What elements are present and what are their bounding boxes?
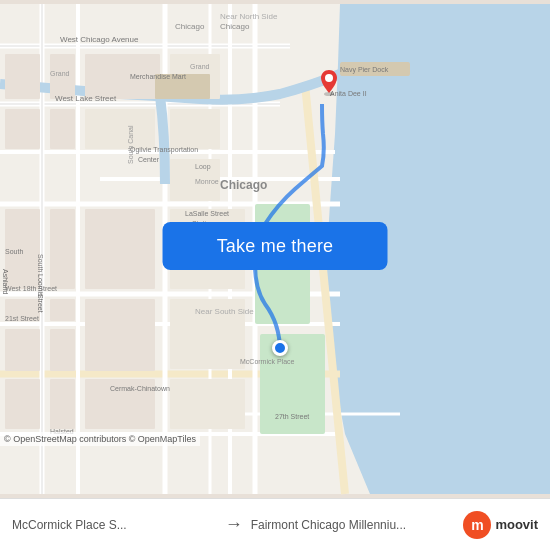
svg-rect-35 bbox=[5, 329, 40, 371]
svg-text:South: South bbox=[37, 254, 44, 272]
svg-text:27th Street: 27th Street bbox=[275, 413, 309, 420]
svg-rect-46 bbox=[170, 379, 245, 429]
svg-text:LaSalle Street: LaSalle Street bbox=[185, 210, 229, 217]
cta-button-label: Take me there bbox=[217, 236, 334, 257]
svg-text:West Chicago Avenue: West Chicago Avenue bbox=[60, 35, 139, 44]
svg-rect-28 bbox=[50, 109, 75, 149]
destination-marker bbox=[318, 68, 340, 96]
svg-text:Ogilvie Transportation: Ogilvie Transportation bbox=[130, 146, 198, 154]
from-label: McCormick Place S... bbox=[12, 518, 217, 532]
svg-text:McCormick Place: McCormick Place bbox=[240, 358, 295, 365]
svg-point-81 bbox=[325, 74, 333, 82]
svg-rect-37 bbox=[85, 299, 155, 371]
take-me-there-button[interactable]: Take me there bbox=[163, 222, 388, 270]
svg-text:Grand: Grand bbox=[50, 70, 70, 77]
from-location: McCormick Place S... bbox=[12, 518, 217, 532]
svg-rect-34 bbox=[50, 299, 75, 321]
moovit-logo-text: moovit bbox=[495, 517, 538, 532]
svg-rect-38 bbox=[5, 379, 40, 429]
svg-text:Chicago: Chicago bbox=[175, 22, 205, 31]
svg-rect-42 bbox=[170, 109, 220, 149]
svg-text:Near North Side: Near North Side bbox=[220, 12, 278, 21]
map-attribution: © OpenStreetMap contributors © OpenMapTi… bbox=[0, 432, 200, 446]
svg-text:Chicago: Chicago bbox=[220, 22, 250, 31]
svg-text:Merchandise Mart: Merchandise Mart bbox=[130, 73, 186, 80]
footer-bar: McCormick Place S... → Fairmont Chicago … bbox=[0, 498, 550, 550]
svg-rect-32 bbox=[85, 209, 155, 289]
svg-text:Center: Center bbox=[138, 156, 160, 163]
svg-text:Cermak-Chinatown: Cermak-Chinatown bbox=[110, 385, 170, 392]
svg-text:Street: Street bbox=[37, 294, 44, 313]
svg-rect-27 bbox=[5, 109, 40, 149]
map-view: West Chicago Avenue West Lake Street Wes… bbox=[0, 0, 550, 498]
moovit-logo-icon: m bbox=[463, 511, 491, 539]
app-container: West Chicago Avenue West Lake Street Wes… bbox=[0, 0, 550, 550]
moovit-logo: m moovit bbox=[463, 511, 538, 539]
svg-text:South Canal: South Canal bbox=[127, 125, 134, 164]
svg-text:Near South Side: Near South Side bbox=[195, 307, 254, 316]
direction-arrow: → bbox=[217, 514, 251, 535]
svg-text:West Lake Street: West Lake Street bbox=[55, 94, 117, 103]
svg-text:Chicago: Chicago bbox=[220, 178, 267, 192]
svg-text:Navy Pier Dock: Navy Pier Dock bbox=[340, 66, 389, 74]
to-location: Fairmont Chicago Millenniu... bbox=[251, 518, 456, 532]
svg-text:21st Street: 21st Street bbox=[5, 315, 39, 322]
svg-text:West 18th Street: West 18th Street bbox=[5, 285, 57, 292]
origin-marker bbox=[272, 340, 288, 356]
svg-text:Grand: Grand bbox=[190, 63, 210, 70]
svg-rect-29 bbox=[85, 109, 155, 149]
svg-text:Monroe: Monroe bbox=[195, 178, 219, 185]
svg-rect-31 bbox=[50, 209, 75, 289]
svg-rect-24 bbox=[5, 54, 40, 99]
to-label: Fairmont Chicago Millenniu... bbox=[251, 518, 456, 532]
svg-rect-36 bbox=[50, 329, 75, 371]
svg-text:Loop: Loop bbox=[195, 163, 211, 171]
svg-text:South: South bbox=[5, 248, 23, 255]
svg-rect-39 bbox=[50, 379, 75, 429]
